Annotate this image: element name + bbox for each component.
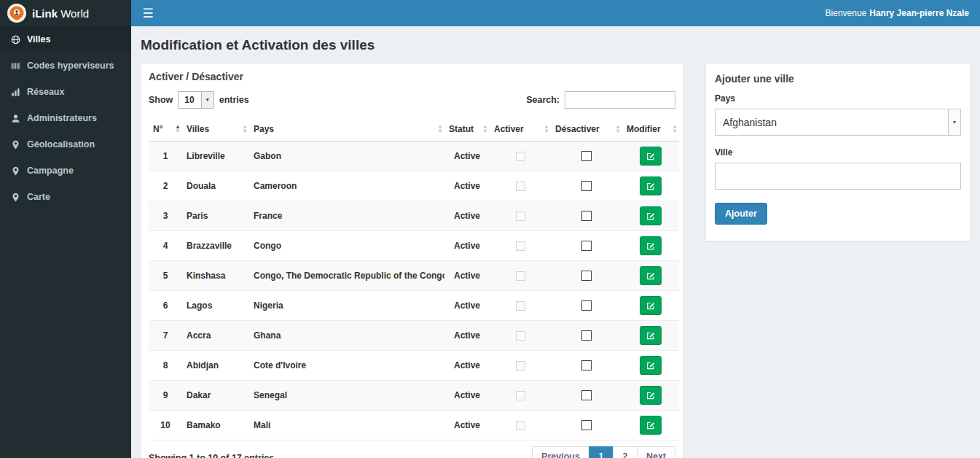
pays-select[interactable]: Afghanistan ▾: [715, 109, 961, 136]
desactiver-checkbox[interactable]: [581, 151, 592, 161]
edit-button[interactable]: [640, 326, 662, 345]
desactiver-checkbox[interactable]: [581, 390, 592, 400]
cell-numero: 4: [149, 231, 182, 261]
sidebar-item-reseaux[interactable]: Réseaux: [0, 79, 131, 105]
hamburger-icon: ☰: [142, 6, 153, 21]
edit-button[interactable]: [640, 386, 662, 405]
cell-statut: Active: [444, 411, 490, 440]
table-info-text: Showing 1 to 10 of 17 entries: [149, 446, 274, 458]
desactiver-checkbox[interactable]: [581, 300, 592, 311]
cell-numero: 1: [149, 141, 182, 171]
cell-pays: Mali: [249, 411, 444, 440]
page-length-select[interactable]: 10 ▾: [178, 91, 213, 109]
column-header-pays[interactable]: Pays ▴▾: [249, 117, 444, 141]
column-header-villes[interactable]: Villes ▴▾: [182, 117, 249, 141]
app-logo-icon: [7, 4, 26, 23]
desactiver-checkbox[interactable]: [581, 360, 592, 370]
column-header-activer[interactable]: Activer ▴▾: [490, 117, 551, 141]
edit-button[interactable]: [640, 356, 662, 375]
edit-icon: [646, 391, 655, 400]
pagination-previous-button[interactable]: Previous: [532, 446, 589, 458]
cell-modifier: [622, 351, 679, 381]
edit-icon: [646, 211, 655, 220]
cell-modifier: [622, 291, 679, 321]
table-row: 4BrazzavilleCongoActive: [149, 231, 679, 261]
cell-ville: Kinshasa: [182, 261, 249, 291]
sidebar-item-carte[interactable]: Carte: [0, 184, 131, 210]
edit-button[interactable]: [640, 296, 662, 315]
edit-button[interactable]: [640, 416, 662, 435]
sidebar-item-codes-hyperviseurs[interactable]: Codes hyperviseurs: [0, 53, 131, 79]
cell-activer: [490, 411, 551, 440]
add-ville-panel: Ajouter une ville Pays Afghanistan ▾ Vil…: [705, 63, 971, 241]
top-navbar: iLink World ☰ Bienvenue Hanry Jean-pierr…: [0, 0, 980, 26]
cell-ville: Bamako: [182, 411, 249, 440]
desactiver-checkbox[interactable]: [581, 241, 592, 251]
cell-numero: 6: [149, 291, 182, 321]
cell-activer: [490, 351, 551, 381]
user-name: Hanry Jean-pierre Nzale: [869, 8, 969, 18]
bar-chart-icon: [11, 88, 20, 97]
sort-icon: ▴▾: [484, 125, 487, 133]
pagination-next-button[interactable]: Next: [637, 446, 675, 458]
sidebar-item-geolocalisation[interactable]: Géolocalisation: [0, 131, 131, 158]
edit-button[interactable]: [640, 147, 662, 166]
ville-input[interactable]: [715, 163, 961, 190]
pagination-page-button[interactable]: 1: [589, 446, 614, 458]
cell-statut: Active: [444, 291, 490, 321]
table-row: 1LibrevilleGabonActive: [149, 141, 679, 171]
cell-ville: Lagos: [182, 291, 249, 321]
column-header-numero[interactable]: N° ▴▾: [149, 117, 182, 141]
cell-desactiver: [551, 171, 622, 201]
edit-button[interactable]: [640, 206, 662, 225]
barcode-icon: [11, 61, 20, 71]
table-panel-title: Activer / Désactiver: [149, 71, 675, 82]
cell-desactiver: [551, 291, 622, 321]
sidebar-item-administrateurs[interactable]: Administrateurs: [0, 105, 131, 131]
column-header-desactiver[interactable]: Désactiver ▴▾: [551, 117, 622, 141]
column-header-statut[interactable]: Statut ▴▾: [444, 117, 490, 141]
desactiver-checkbox[interactable]: [581, 271, 592, 281]
cell-ville: Douala: [182, 171, 249, 201]
edit-button[interactable]: [640, 176, 662, 195]
table-row: 8AbidjanCote d'IvoireActive: [149, 351, 679, 381]
cell-activer: [490, 201, 551, 231]
cell-modifier: [622, 141, 679, 171]
map-marker-icon: [11, 140, 20, 150]
desactiver-checkbox[interactable]: [581, 330, 592, 341]
desactiver-checkbox[interactable]: [581, 420, 592, 430]
activer-checkbox: [516, 331, 525, 341]
add-panel-title: Ajouter une ville: [715, 73, 961, 85]
desactiver-checkbox[interactable]: [581, 181, 592, 191]
edit-button[interactable]: [640, 266, 662, 285]
table-row: 2DoualaCameroonActive: [149, 171, 679, 201]
main-content: Modification et Activation des villes Ac…: [131, 26, 980, 458]
column-header-modifier[interactable]: Modifier ▴▾: [622, 117, 679, 141]
cell-statut: Active: [444, 321, 490, 351]
sort-icon: ▴▾: [243, 125, 246, 133]
sidebar-item-campagne[interactable]: Campagne: [0, 158, 131, 184]
cell-ville: Accra: [182, 321, 249, 351]
sidebar-toggle-button[interactable]: ☰: [131, 0, 165, 26]
cell-activer: [490, 321, 551, 351]
cell-pays: Congo, The Democratic Republic of the Co…: [249, 261, 444, 291]
edit-icon: [646, 241, 655, 250]
map-marker-icon: [11, 166, 20, 176]
cell-desactiver: [551, 201, 622, 231]
desactiver-checkbox[interactable]: [581, 211, 592, 221]
cell-modifier: [622, 321, 679, 351]
cell-modifier: [622, 261, 679, 291]
edit-icon: [646, 331, 655, 340]
ville-label: Ville: [715, 147, 961, 158]
chevron-down-icon: ▾: [201, 92, 213, 108]
ajouter-button[interactable]: Ajouter: [715, 203, 767, 225]
cell-pays: Gabon: [249, 141, 444, 171]
edit-button[interactable]: [640, 236, 662, 255]
sidebar-item-villes[interactable]: Villes: [0, 26, 131, 53]
user-menu[interactable]: Bienvenue Hanry Jean-pierre Nzale: [826, 0, 980, 26]
cell-activer: [490, 171, 551, 201]
search-input[interactable]: [565, 91, 675, 109]
pagination-page-button[interactable]: 2: [613, 446, 638, 458]
cell-modifier: [622, 411, 679, 440]
table-row: 3ParisFranceActive: [149, 201, 679, 231]
